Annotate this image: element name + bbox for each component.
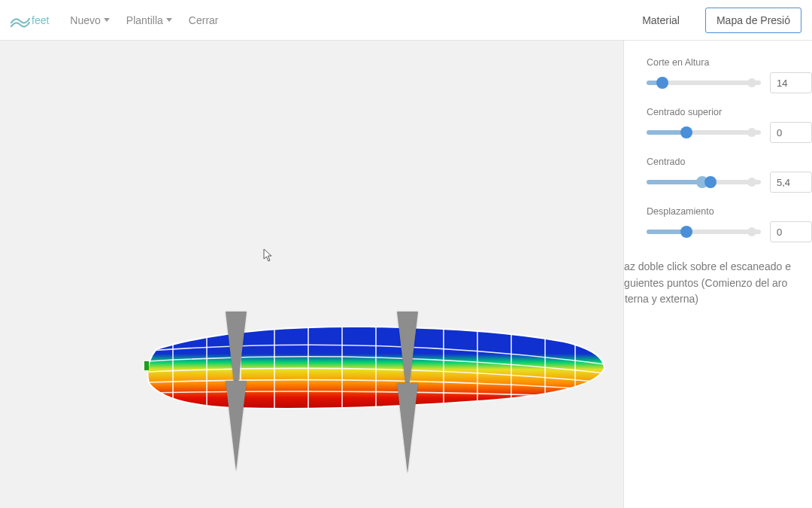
- scan-model: [143, 312, 609, 462]
- app-logo-text: feet: [32, 14, 49, 26]
- marker-pin: [397, 383, 418, 473]
- cursor-icon: [263, 248, 274, 262]
- right-tabs: Material Mapa de Presió: [632, 8, 801, 33]
- desplaz-slider[interactable]: [647, 225, 761, 239]
- menu-plantilla[interactable]: Plantilla: [126, 14, 172, 26]
- menu-cerrar-label: Cerrar: [189, 14, 219, 26]
- chevron-down-icon: [166, 18, 172, 22]
- chevron-down-icon: [104, 18, 110, 22]
- control-centrado: Centrado: [624, 157, 812, 193]
- 3d-viewport[interactable]: [0, 41, 624, 508]
- corte-label: Corte en Altura: [647, 57, 812, 68]
- corte-value-input[interactable]: [770, 72, 812, 93]
- menu-plantilla-label: Plantilla: [126, 14, 163, 26]
- properties-panel: Corte en Altura Centrado superior: [624, 41, 812, 508]
- instruction-text: Haz doble click sobre el escaneado e sig…: [624, 256, 812, 308]
- control-corte-altura: Corte en Altura: [624, 57, 812, 93]
- main-menu: Nuevo Plantilla Cerrar: [70, 14, 218, 26]
- marker-pin: [226, 381, 247, 471]
- control-centrado-superior: Centrado superior: [624, 107, 812, 143]
- top-toolbar: feet Nuevo Plantilla Cerrar Material Map…: [0, 0, 812, 41]
- centradosup-label: Centrado superior: [647, 107, 812, 117]
- menu-nuevo[interactable]: Nuevo: [70, 14, 109, 26]
- corte-slider[interactable]: [647, 76, 761, 90]
- centradosup-slider[interactable]: [647, 126, 761, 139]
- menu-cerrar[interactable]: Cerrar: [189, 14, 219, 26]
- desplaz-value-input[interactable]: [770, 221, 812, 242]
- wave-logo-icon: [11, 12, 30, 29]
- centradosup-value-input[interactable]: [770, 122, 812, 143]
- app-logo: feet: [11, 12, 49, 29]
- centrado-slider[interactable]: [647, 175, 761, 189]
- desplaz-label: Desplazamiento: [647, 206, 812, 217]
- svg-rect-14: [144, 361, 149, 370]
- main-area: Corte en Altura Centrado superior: [0, 41, 812, 508]
- centrado-label: Centrado: [647, 157, 812, 167]
- tab-material[interactable]: Material: [632, 8, 690, 32]
- tab-mapa-presion[interactable]: Mapa de Presió: [705, 8, 801, 33]
- tab-presion-label: Mapa de Presió: [717, 14, 790, 26]
- tab-material-label: Material: [642, 14, 680, 26]
- centrado-value-input[interactable]: [770, 172, 812, 193]
- control-desplazamiento: Desplazamiento: [624, 206, 812, 242]
- menu-nuevo-label: Nuevo: [70, 14, 100, 26]
